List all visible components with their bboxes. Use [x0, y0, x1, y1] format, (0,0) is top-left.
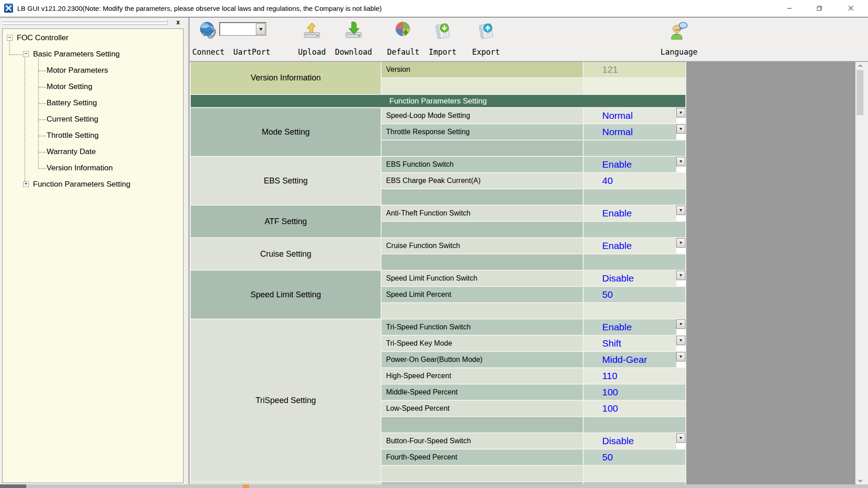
tree-item-throttle-setting[interactable]: Throttle Setting	[3, 130, 183, 141]
tree-connector	[38, 168, 46, 169]
chevron-down-icon	[679, 323, 682, 325]
param-value-cell[interactable]: 100	[584, 401, 686, 417]
export-label: Export	[469, 47, 503, 56]
dropdown-arrow-button[interactable]	[676, 124, 685, 134]
param-label: Throttle Response Setting	[386, 128, 470, 136]
param-group-cell: Mode Setting	[191, 108, 382, 157]
tree-item-version-information[interactable]: Version Information	[3, 162, 183, 174]
tree-item-battery-setting[interactable]: Battery Setting	[3, 97, 183, 109]
param-combobox[interactable]: Shift	[584, 336, 686, 352]
param-row: Version InformationVersion121	[191, 62, 686, 78]
tree-item-function-parameters-setting[interactable]: +Function Parameters Setting	[3, 178, 183, 190]
param-combobox[interactable]: Disable	[584, 271, 686, 287]
combo-sliver	[676, 280, 685, 286]
param-value: 50	[602, 450, 685, 465]
chevron-down-icon	[679, 160, 682, 163]
expand-collapse-toggle[interactable]: −	[7, 35, 13, 41]
import-icon	[433, 20, 453, 40]
param-value-cell	[584, 141, 686, 157]
chevron-down-icon	[679, 437, 682, 439]
tree-item-motor-setting[interactable]: Motor Setting	[3, 81, 183, 93]
upload-button[interactable]: Upload	[296, 19, 328, 60]
param-combobox[interactable]: Enable	[584, 206, 686, 222]
param-row: Mode SettingSpeed-Loop Mode SettingNorma…	[191, 108, 686, 124]
param-value-cell	[584, 466, 686, 482]
dropdown-arrow-button[interactable]	[676, 271, 685, 280]
param-label: Speed Limit Percent	[386, 291, 451, 298]
combo-sliver	[676, 166, 685, 172]
param-value-cell[interactable]: 110	[584, 368, 686, 385]
param-label-cell: Middle-Speed Percent	[382, 385, 584, 401]
param-group-cell: TriSpeed Setting	[191, 319, 382, 482]
param-group-cell: Version Information	[191, 62, 382, 95]
panel-grip[interactable]	[2, 23, 168, 25]
default-icon	[393, 20, 413, 40]
param-value-cell[interactable]: 100	[584, 385, 686, 401]
client-area: x −FOC Controller−Basic Parameters Setti…	[0, 17, 868, 484]
dropdown-arrow-button[interactable]	[676, 108, 685, 117]
param-label-cell: High-Speed Percent	[382, 368, 584, 385]
param-group-label: Version Information	[250, 73, 321, 82]
navigation-tree: −FOC Controller−Basic Parameters Setting…	[2, 28, 184, 483]
default-button[interactable]: Default	[384, 19, 423, 60]
param-value-cell	[584, 222, 686, 238]
param-value-cell[interactable]: 40	[584, 173, 686, 189]
param-value: 100	[602, 385, 685, 400]
parameter-table: Version InformationVersion121Function Pa…	[191, 62, 686, 484]
scrollbar-down-button[interactable]	[856, 477, 864, 484]
taskbar-strip	[0, 484, 868, 488]
param-value: Normal	[602, 124, 685, 140]
param-combobox[interactable]: Normal	[584, 108, 686, 124]
param-value: 121	[602, 62, 685, 77]
param-combobox[interactable]: Midd-Gear	[584, 352, 686, 368]
param-combobox[interactable]: Enable	[584, 319, 686, 336]
dropdown-arrow-button[interactable]	[676, 433, 685, 443]
tree-item-current-setting[interactable]: Current Setting	[3, 113, 183, 125]
tree-connector	[38, 87, 46, 88]
uartport-dropdown-button[interactable]	[256, 23, 265, 35]
dropdown-arrow-button[interactable]	[676, 352, 685, 361]
tree-item-foc-controller[interactable]: −FOC Controller	[3, 32, 183, 44]
param-combobox[interactable]: Disable	[584, 433, 686, 450]
minimize-button[interactable]	[778, 0, 800, 16]
panel-grip[interactable]	[2, 20, 168, 22]
close-button[interactable]	[840, 0, 861, 16]
restore-button[interactable]	[809, 0, 830, 16]
param-label-cell: Low-Speed Percent	[382, 401, 584, 417]
download-label: Download	[333, 47, 374, 56]
param-label: Middle-Speed Percent	[386, 388, 458, 396]
param-label-cell	[382, 141, 584, 157]
panel-close-button[interactable]: x	[175, 19, 182, 26]
scrollbar-thumb[interactable]	[857, 70, 863, 115]
dropdown-arrow-button[interactable]	[676, 157, 685, 166]
expand-collapse-toggle[interactable]: +	[23, 181, 29, 187]
param-combobox[interactable]: Enable	[584, 157, 686, 173]
tree-item-basic-parameters-setting[interactable]: −Basic Parameters Setting	[3, 48, 183, 60]
language-button[interactable]: Language	[660, 19, 697, 60]
scrollbar-up-button[interactable]	[856, 62, 864, 70]
combo-sliver	[676, 443, 685, 449]
param-combobox[interactable]: Enable	[584, 238, 686, 254]
param-value-cell[interactable]: 50	[584, 287, 686, 303]
uartport-combobox[interactable]	[219, 22, 266, 36]
chevron-down-icon	[679, 274, 682, 277]
dropdown-arrow-button[interactable]	[676, 238, 685, 248]
param-row: Speed Limit SettingSpeed Limit Function …	[191, 271, 686, 287]
tree-item-motor-parameters[interactable]: Motor Parameters	[3, 65, 183, 76]
tree-connector	[38, 70, 46, 71]
expand-collapse-toggle[interactable]: −	[23, 51, 29, 57]
dropdown-arrow-button[interactable]	[676, 336, 685, 345]
tree-item-warranty-date[interactable]: Warranty Date	[3, 146, 183, 158]
download-button[interactable]: Download	[333, 19, 374, 60]
dropdown-arrow-button[interactable]	[676, 319, 685, 329]
param-value-cell	[584, 78, 686, 95]
param-label-cell	[382, 303, 584, 319]
vertical-scrollbar[interactable]	[856, 62, 864, 484]
import-button[interactable]: Import	[426, 19, 459, 60]
param-value-cell[interactable]: 50	[584, 450, 686, 466]
export-button[interactable]: Export	[469, 19, 503, 60]
param-label-cell	[382, 254, 584, 271]
dropdown-arrow-button[interactable]	[676, 206, 685, 215]
param-combobox[interactable]: Normal	[584, 124, 686, 141]
connect-icon	[198, 20, 218, 40]
